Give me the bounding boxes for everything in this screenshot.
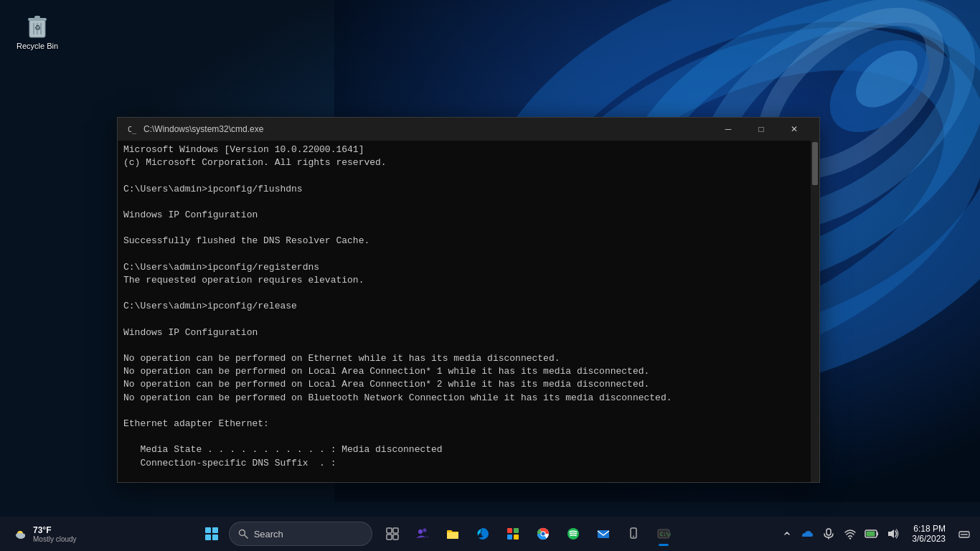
weather-temperature: 73°F xyxy=(33,525,77,535)
teams-button[interactable] xyxy=(408,519,437,548)
notification-button[interactable] xyxy=(954,519,974,548)
svg-rect-48 xyxy=(826,529,831,535)
onedrive-icon xyxy=(801,527,814,540)
taskbar: 73°F Mostly cloudy xyxy=(0,517,980,551)
close-button[interactable]: ✕ xyxy=(778,118,811,141)
svg-point-50 xyxy=(849,537,851,539)
volume-tray-icon[interactable] xyxy=(883,524,903,544)
weather-icon xyxy=(11,525,29,542)
chrome-icon xyxy=(536,527,550,541)
svg-rect-28 xyxy=(387,528,392,533)
search-label: Search xyxy=(254,529,283,540)
spotify-button[interactable] xyxy=(559,519,588,548)
svg-line-27 xyxy=(244,535,248,539)
task-view-icon xyxy=(386,527,399,540)
svg-text:C:\>: C:\> xyxy=(660,532,671,537)
svg-rect-14 xyxy=(34,16,40,19)
recycle-bin-icon[interactable]: ♻ Recycle Bin xyxy=(10,7,65,53)
recycle-bin-label: Recycle Bin xyxy=(17,42,58,50)
svg-point-33 xyxy=(423,529,426,532)
svg-rect-24 xyxy=(205,534,211,540)
svg-point-41 xyxy=(567,528,579,540)
svg-rect-42 xyxy=(598,530,609,538)
svg-point-20 xyxy=(16,533,22,537)
clock-time: 6:18 PM xyxy=(913,524,946,534)
cmd-scrollbar-thumb[interactable] xyxy=(812,142,818,185)
svg-rect-25 xyxy=(212,534,218,540)
desktop: ♻ Recycle Bin C_ C:\Windows\system32\cmd… xyxy=(0,0,980,551)
cmd-scrollbar[interactable] xyxy=(811,141,819,482)
spotify-icon xyxy=(566,527,580,541)
search-icon xyxy=(238,529,248,539)
svg-point-32 xyxy=(418,529,423,534)
onedrive-tray-icon[interactable] xyxy=(797,524,817,544)
terminal-icon: C:\> xyxy=(656,527,671,541)
weather-description: Mostly cloudy xyxy=(33,535,77,543)
notification-icon xyxy=(958,528,970,540)
teams-icon xyxy=(415,527,430,541)
minimize-button[interactable]: ─ xyxy=(712,118,745,141)
svg-rect-36 xyxy=(507,534,512,540)
svg-rect-34 xyxy=(507,528,512,533)
svg-rect-22 xyxy=(205,527,211,533)
file-explorer-icon xyxy=(446,527,460,541)
start-icon xyxy=(204,527,219,541)
chrome-button[interactable] xyxy=(529,519,557,548)
microphone-icon xyxy=(823,528,834,540)
mail-icon xyxy=(596,527,611,541)
file-explorer-button[interactable] xyxy=(438,519,467,548)
terminal-button[interactable]: C:\> xyxy=(649,519,678,548)
volume-icon xyxy=(887,528,899,540)
task-view-button[interactable] xyxy=(378,519,407,548)
cmd-content[interactable]: Microsoft Windows [Version 10.0.22000.16… xyxy=(118,141,811,482)
search-bar[interactable]: Search xyxy=(229,522,372,546)
edge-button[interactable] xyxy=(468,519,497,548)
show-hidden-icons-button[interactable] xyxy=(778,524,796,544)
svg-rect-35 xyxy=(514,528,519,533)
microsoft-store-icon xyxy=(506,527,520,541)
svg-rect-37 xyxy=(514,534,519,540)
svg-rect-52 xyxy=(877,532,878,536)
cmd-output: Microsoft Windows [Version 10.0.22000.16… xyxy=(123,143,805,482)
svg-point-21 xyxy=(21,534,25,537)
start-button[interactable] xyxy=(197,519,226,548)
phone-link-button[interactable] xyxy=(619,519,648,548)
battery-tray-icon[interactable] xyxy=(862,524,882,544)
cmd-body: Microsoft Windows [Version 10.0.22000.16… xyxy=(118,141,819,482)
svg-rect-23 xyxy=(212,527,218,533)
mail-button[interactable] xyxy=(589,519,618,548)
svg-rect-30 xyxy=(387,534,392,540)
microsoft-store-button[interactable] xyxy=(499,519,527,548)
svg-point-44 xyxy=(633,536,634,537)
recycle-bin-image: ♻ xyxy=(23,10,52,39)
taskbar-left: 73°F Mostly cloudy xyxy=(6,522,99,546)
cmd-title: C:\Windows\system32\cmd.exe xyxy=(143,124,712,134)
phone-link-icon xyxy=(626,527,641,541)
taskbar-right: 6:18 PM 3/6/2023 xyxy=(778,519,974,548)
taskbar-center: Search xyxy=(99,519,778,548)
taskbar-app-icons: C:\> xyxy=(378,519,678,548)
cmd-window-icon: C_ xyxy=(126,123,138,135)
svg-text:C_: C_ xyxy=(128,126,137,134)
svg-rect-55 xyxy=(961,534,968,535)
chevron-up-icon xyxy=(783,530,791,537)
svg-point-40 xyxy=(541,532,545,536)
wifi-icon xyxy=(844,528,856,540)
svg-rect-31 xyxy=(393,534,398,540)
cmd-titlebar[interactable]: C_ C:\Windows\system32\cmd.exe ─ □ ✕ xyxy=(118,118,819,141)
svg-text:♻: ♻ xyxy=(34,24,41,32)
window-controls: ─ □ ✕ xyxy=(712,118,811,141)
clock-area[interactable]: 6:18 PM 3/6/2023 xyxy=(906,521,951,547)
battery-icon xyxy=(864,529,879,539)
edge-icon xyxy=(476,527,490,541)
microphone-tray-icon[interactable] xyxy=(819,524,839,544)
system-tray xyxy=(778,524,903,544)
clock-date: 3/6/2023 xyxy=(912,534,946,544)
weather-info: 73°F Mostly cloudy xyxy=(33,525,77,543)
maximize-button[interactable]: □ xyxy=(745,118,778,141)
svg-rect-53 xyxy=(867,532,875,537)
wifi-tray-icon[interactable] xyxy=(840,524,860,544)
cmd-window: C_ C:\Windows\system32\cmd.exe ─ □ ✕ Mic… xyxy=(117,117,820,483)
svg-rect-29 xyxy=(393,528,398,533)
weather-widget[interactable]: 73°F Mostly cloudy xyxy=(6,522,83,546)
